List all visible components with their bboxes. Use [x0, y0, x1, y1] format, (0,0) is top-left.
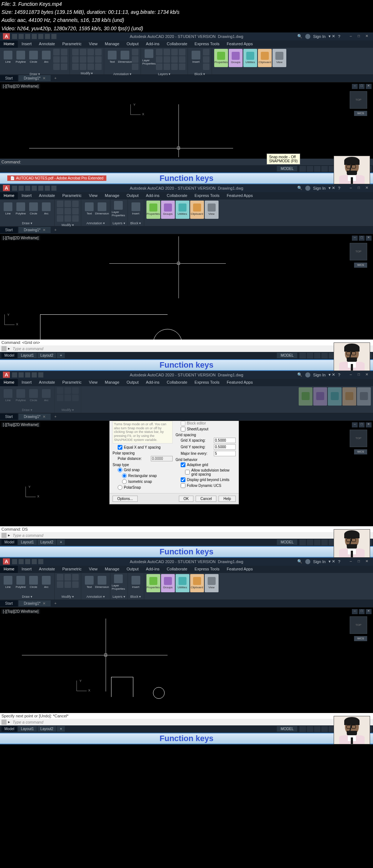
tab-collaborate[interactable]: Collaborate [163, 566, 191, 573]
qat-undo-icon[interactable] [45, 34, 50, 39]
close-tab-icon[interactable]: ✕ [43, 601, 46, 605]
insert-button[interactable]: Insert [130, 574, 142, 591]
qat-icon[interactable] [19, 186, 24, 191]
tab-collaborate[interactable]: Collaborate [163, 379, 191, 386]
tab-addins[interactable]: Add-ins [142, 40, 163, 48]
layerprops-button[interactable]: Layer Properties [113, 574, 124, 591]
layout1-tab[interactable]: Layout1 [18, 539, 37, 545]
statusbar-icon[interactable] [321, 539, 328, 545]
properties-button[interactable]: Properties [214, 49, 228, 67]
groups-button[interactable]: Groups [229, 49, 243, 67]
tab-output[interactable]: Output [123, 379, 142, 386]
drawing-canvas[interactable]: [-][Top][2D Wireframe] –□✕ TOP WCS Y X [0, 234, 373, 340]
vp-minimize-icon[interactable]: – [352, 422, 358, 427]
panel-label-block[interactable]: Block ▾ [190, 71, 209, 76]
command-input[interactable]: Type a command [13, 346, 43, 351]
modify-icon[interactable] [64, 201, 71, 207]
grid-snap-radio[interactable] [118, 468, 122, 472]
cancel-button[interactable]: Cancel [196, 496, 216, 502]
properties-button[interactable]: Properties [146, 201, 160, 219]
text-button[interactable]: Text [106, 49, 118, 66]
grid-y-input[interactable] [214, 444, 236, 450]
signin-text[interactable]: Sign In [313, 34, 326, 39]
draw-sub-icon[interactable] [61, 49, 67, 55]
tab-insert[interactable]: Insert [18, 192, 35, 199]
qat-icon[interactable] [25, 186, 30, 191]
command-line[interactable]: ▸ Type a command [0, 532, 373, 539]
tab-collaborate[interactable]: Collaborate [163, 40, 191, 48]
search-icon[interactable]: 🔍 [297, 559, 302, 564]
layer-icon[interactable] [179, 56, 185, 63]
tab-manage[interactable]: Manage [101, 192, 123, 199]
groups-button[interactable]: Groups [161, 201, 175, 219]
signin-text[interactable]: Sign In [313, 186, 326, 190]
layer-icon[interactable] [156, 49, 162, 55]
line-button[interactable]: Line [2, 574, 14, 591]
modify-icon[interactable] [64, 574, 71, 581]
ok-button[interactable]: OK [179, 496, 193, 502]
adaptive-grid-checkbox[interactable] [181, 462, 185, 467]
new-tab-button[interactable]: + [51, 600, 59, 607]
tab-addins[interactable]: Add-ins [142, 566, 163, 573]
modify-icon[interactable] [95, 63, 102, 70]
close-tab-icon[interactable]: ✕ [43, 76, 46, 80]
command-line[interactable]: ▸ Type a command [0, 345, 373, 352]
rectangular-snap-radio[interactable] [122, 473, 127, 478]
signin-text[interactable]: Sign In [313, 373, 326, 377]
statusbar-polar-icon[interactable] [321, 166, 328, 172]
tab-featured[interactable]: Featured Apps [223, 192, 256, 199]
tab-express[interactable]: Express Tools [191, 40, 223, 48]
qat-icon[interactable] [32, 372, 37, 377]
layout2-tab[interactable]: Layout2 [38, 539, 56, 545]
vp-close-icon[interactable]: ✕ [366, 236, 372, 241]
layout-plus[interactable]: + [57, 353, 65, 358]
qat-new-icon[interactable] [12, 34, 17, 39]
tab-parametric[interactable]: Parametric [59, 192, 85, 199]
draw-sub-icon[interactable] [53, 49, 60, 55]
signin-text[interactable]: Sign In [313, 559, 326, 564]
modify-icon[interactable] [95, 56, 102, 63]
tab-home[interactable]: Home [0, 192, 18, 199]
panel-label-layers[interactable]: Layers ▾ [143, 71, 185, 76]
help-icon[interactable]: ? [338, 34, 340, 39]
model-tab[interactable]: Model [1, 539, 17, 545]
statusbar-icon[interactable] [314, 726, 321, 732]
tab-manage[interactable]: Manage [101, 566, 123, 573]
rotate-icon[interactable] [80, 49, 86, 55]
vp-minimize-icon[interactable]: – [352, 609, 358, 614]
statusbar-icon[interactable] [314, 539, 321, 545]
statusbar-icon[interactable] [321, 726, 328, 732]
tab-parametric[interactable]: Parametric [59, 379, 85, 386]
arc-button[interactable]: Arc [40, 201, 52, 217]
block-icon[interactable] [203, 56, 209, 63]
drawing-canvas[interactable]: [-][Top][2D Wireframe] –□✕ TOP WCS Y X [0, 82, 373, 159]
draw-sub-icon[interactable] [53, 56, 60, 63]
vp-minimize-icon[interactable]: – [352, 84, 358, 89]
dropdown-icon[interactable]: ▾ ✕ [329, 372, 335, 377]
tab-manage[interactable]: Manage [101, 379, 123, 386]
circle-button[interactable]: Circle [28, 49, 39, 66]
text-button[interactable]: Text [83, 201, 95, 217]
tab-addins[interactable]: Add-ins [142, 192, 163, 199]
polyline-button[interactable]: Polyline [15, 574, 27, 591]
viewport-label[interactable]: [-][Top][2D Wireframe] [1, 236, 40, 240]
layer-icon[interactable] [179, 63, 185, 70]
tab-insert[interactable]: Insert [18, 379, 35, 386]
tab-addins[interactable]: Add-ins [142, 379, 163, 386]
dimension-button[interactable]: Dimension [119, 49, 131, 66]
dynamic-ucs-checkbox[interactable] [181, 483, 185, 488]
tab-express[interactable]: Express Tools [191, 379, 223, 386]
taskbar-pdf[interactable]: 📄AUTOCAD NOTES.pdf - Adobe Acrobat Pro E… [7, 175, 106, 181]
tab-express[interactable]: Express Tools [191, 192, 223, 199]
tab-featured[interactable]: Featured Apps [223, 40, 256, 48]
model-button[interactable]: MODEL [277, 726, 297, 732]
search-icon[interactable]: 🔍 [297, 372, 302, 377]
help-icon[interactable]: ? [338, 373, 340, 377]
statusbar-icon[interactable] [307, 726, 313, 732]
tab-view[interactable]: View [85, 40, 101, 48]
layout1-tab[interactable]: Layout1 [18, 726, 37, 732]
anno-icon[interactable] [132, 49, 138, 55]
qat-icon[interactable] [19, 559, 24, 564]
isometric-snap-radio[interactable] [122, 479, 127, 484]
arc-button[interactable]: Arc [40, 49, 52, 66]
